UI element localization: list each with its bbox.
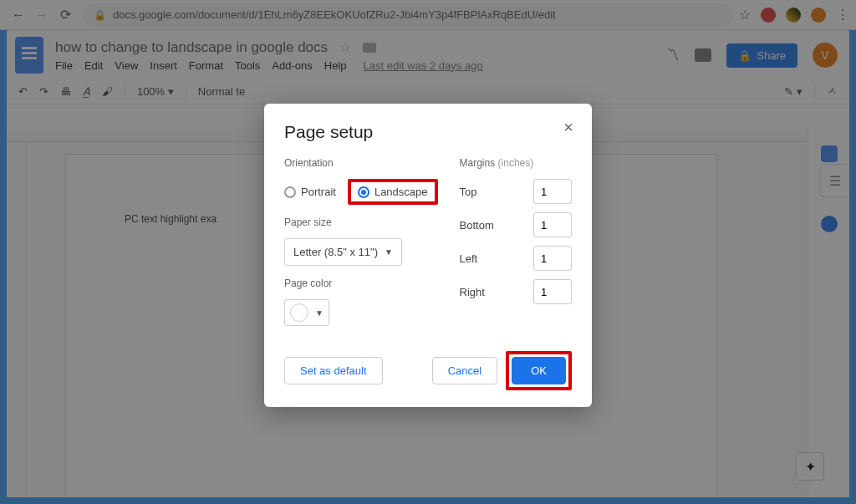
caret-down-icon: ▼ bbox=[315, 308, 324, 318]
orientation-label: Orientation bbox=[284, 157, 438, 169]
highlight-landscape: Landscape bbox=[348, 179, 438, 205]
color-chip-icon bbox=[290, 303, 308, 322]
cancel-button[interactable]: Cancel bbox=[432, 357, 497, 384]
orientation-landscape[interactable]: Landscape bbox=[358, 186, 428, 198]
margin-right-input[interactable] bbox=[533, 279, 572, 304]
margin-top-input[interactable] bbox=[533, 179, 572, 204]
margin-right-label: Right bbox=[460, 286, 485, 298]
page-color-label: Page color bbox=[284, 277, 438, 289]
highlight-ok: OK bbox=[506, 351, 572, 390]
margin-left-input[interactable] bbox=[533, 246, 572, 271]
margin-bottom-input[interactable] bbox=[533, 212, 572, 237]
orientation-row: Portrait Landscape bbox=[284, 179, 438, 205]
margin-top-label: Top bbox=[460, 186, 477, 198]
caret-down-icon: ▼ bbox=[385, 247, 393, 257]
page-setup-dialog: Page setup × Orientation Portrait Landsc… bbox=[264, 104, 592, 407]
margin-bottom-label: Bottom bbox=[460, 219, 494, 232]
margins-label: Margins (inches) bbox=[460, 157, 572, 169]
paper-size-label: Paper size bbox=[284, 216, 438, 228]
paper-size-select[interactable]: Letter (8.5" x 11") ▼ bbox=[284, 238, 402, 266]
set-default-button[interactable]: Set as default bbox=[284, 357, 383, 384]
ok-button[interactable]: OK bbox=[512, 357, 566, 384]
orientation-portrait[interactable]: Portrait bbox=[284, 186, 336, 198]
left-column: Orientation Portrait Landscape Paper siz… bbox=[284, 157, 438, 326]
right-column: Margins (inches) Top Bottom Left Right bbox=[460, 157, 572, 326]
dialog-button-row: Set as default Cancel OK bbox=[284, 351, 572, 390]
close-button[interactable]: × bbox=[558, 117, 578, 137]
radio-selected-icon bbox=[358, 186, 369, 198]
margin-left-label: Left bbox=[460, 252, 478, 265]
dialog-title: Page setup bbox=[284, 122, 572, 142]
page-color-select[interactable]: ▼ bbox=[284, 299, 329, 326]
radio-unselected-icon bbox=[284, 186, 296, 198]
